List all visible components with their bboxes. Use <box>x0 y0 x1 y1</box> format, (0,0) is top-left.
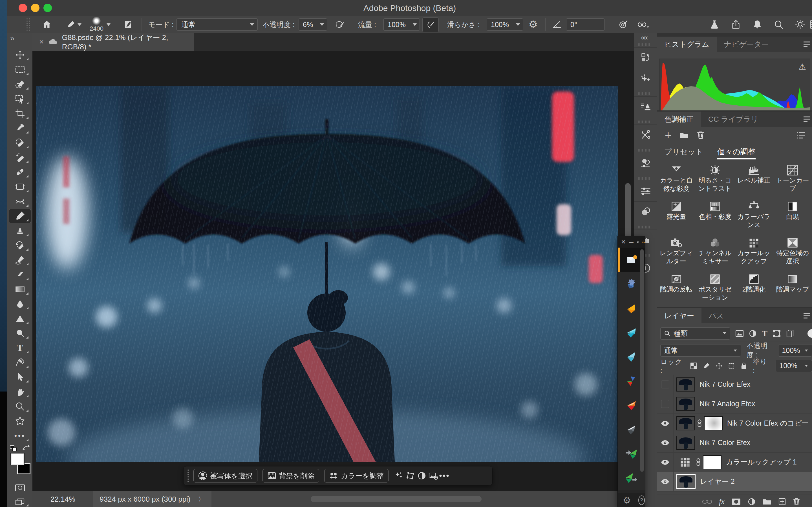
adjustment-brightness-contrast[interactable]: 明るさ・コントラスト <box>696 162 735 199</box>
tool-zoom[interactable] <box>9 399 31 413</box>
adjustment-selective-color[interactable]: 特定色域の選択 <box>773 235 812 271</box>
nik-settings-icon[interactable] <box>637 239 639 245</box>
smoothing-options-button[interactable]: ⚙ <box>525 16 541 33</box>
new-group-button[interactable] <box>762 498 771 505</box>
toggle-brush-panel-button[interactable] <box>120 16 136 33</box>
home-button[interactable] <box>38 16 55 33</box>
tool-rectangular-marquee[interactable] <box>9 62 31 76</box>
add-image-button[interactable] <box>427 471 439 480</box>
tool-pen[interactable] <box>9 355 31 370</box>
brush-tool-preset[interactable] <box>65 16 83 33</box>
tool-brush[interactable] <box>9 209 31 223</box>
discover-button[interactable] <box>792 16 808 33</box>
document-tab[interactable]: × G88.psdc @ 22.1% (レイヤー 2, RGB/8) * <box>33 33 194 51</box>
canvas-horizontal-scrollbar[interactable] <box>311 496 481 502</box>
panel-menu-icon[interactable] <box>802 115 811 123</box>
visibility-toggle[interactable] <box>657 452 673 472</box>
tool-selection-brush[interactable] <box>9 77 31 91</box>
layer-mask-thumbnail[interactable] <box>703 455 721 469</box>
document-image[interactable] <box>36 86 618 462</box>
new-layer-button[interactable] <box>778 498 786 506</box>
canvas-pasteboard[interactable]: 被写体を選択 背景を削除 カラーを調整 ••• <box>33 51 634 491</box>
layer-style-button[interactable]: fx <box>719 497 725 506</box>
beta-features-button[interactable] <box>707 16 722 33</box>
tool-dodge[interactable] <box>9 326 31 340</box>
mask-link-icon[interactable] <box>696 458 701 466</box>
filter-shape-layers-icon[interactable] <box>772 329 781 338</box>
notifications-button[interactable] <box>749 16 765 33</box>
tool-sharpen[interactable] <box>9 312 31 326</box>
adjustment-color-lookup[interactable]: カラールックアップ <box>734 235 773 271</box>
dock-clone-source[interactable] <box>634 96 657 117</box>
transform-button[interactable] <box>405 471 416 480</box>
airbrush-toggle[interactable] <box>422 17 439 32</box>
nik-scrollbar[interactable] <box>640 249 644 472</box>
tool-move[interactable] <box>9 48 31 62</box>
layer-row-nik7-color-efex-top[interactable]: Nik 7 Color Efex <box>657 375 812 394</box>
pressure-opacity-button[interactable] <box>332 16 347 33</box>
tool-spot-healing[interactable] <box>9 136 31 150</box>
dock-tool-options[interactable] <box>634 124 657 145</box>
tool-patch[interactable] <box>9 180 31 194</box>
adjustment-curves[interactable]: トーンカーブ <box>773 162 812 199</box>
new-group-folder-icon[interactable] <box>679 131 689 139</box>
blend-mode-select[interactable]: 通常 <box>660 344 741 356</box>
document-info[interactable]: 9324 px x 6000 px (300 ppi) 〉 <box>93 491 211 507</box>
opacity-input[interactable]: 6% <box>299 16 327 33</box>
layer-row-nik7-color-efex-copy[interactable]: Nik 7 Color Efex のコピー <box>657 413 812 433</box>
tool-healing-brush[interactable] <box>9 165 31 179</box>
tool-mixer-brush[interactable] <box>9 253 31 267</box>
tab-cc-libraries[interactable]: CC ライブラリ <box>701 112 766 127</box>
add-adjustment-layer-button[interactable] <box>748 498 756 506</box>
tool-eraser[interactable] <box>9 268 31 282</box>
screen-mode-button[interactable] <box>9 496 31 507</box>
layer-thumbnail[interactable] <box>676 397 695 411</box>
quick-mask-button[interactable] <box>9 482 31 494</box>
dock-channels[interactable] <box>634 202 657 222</box>
layer-thumbnail[interactable] <box>676 436 695 450</box>
tab-navigator[interactable]: ナビゲーター <box>717 37 776 52</box>
adjustment-exposure[interactable]: 露光量 <box>657 199 696 235</box>
zoom-level[interactable]: 22.14% <box>50 495 75 504</box>
brush-size-picker[interactable]: 2400 <box>90 16 103 33</box>
subtab-presets[interactable]: プリセット <box>664 144 703 160</box>
delete-layer-button[interactable] <box>793 497 800 506</box>
tool-hand[interactable] <box>9 385 31 399</box>
adjustment-vibrance[interactable]: カラーと自然な彩度 <box>657 162 696 199</box>
lock-position-icon[interactable] <box>716 362 723 370</box>
tool-crop[interactable] <box>9 107 31 121</box>
layer-filter-select[interactable]: 種類 <box>660 327 730 340</box>
close-tab-button[interactable]: × <box>39 38 44 47</box>
lock-artboard-icon[interactable] <box>728 362 735 370</box>
layer-row-color-lookup[interactable]: カラールックアップ 1 <box>657 452 812 472</box>
layer-mask-thumbnail[interactable] <box>704 416 723 431</box>
layer-row-nik7-color-efex[interactable]: Nik 7 Color Efex <box>657 433 812 453</box>
paint-symmetry-button[interactable] <box>635 16 652 33</box>
visibility-toggle[interactable] <box>657 472 673 491</box>
filter-smart-objects-icon[interactable] <box>786 329 794 338</box>
pressure-size-button[interactable] <box>616 16 631 33</box>
panel-menu-icon[interactable] <box>802 312 811 320</box>
nik-help-icon[interactable]: ? <box>638 496 645 505</box>
tool-content-aware-move[interactable] <box>9 194 31 209</box>
adjust-color-button[interactable]: カラーを調整 <box>324 469 389 483</box>
dock-generate[interactable] <box>634 68 657 89</box>
search-button[interactable] <box>771 16 786 33</box>
filter-pixel-layers-icon[interactable] <box>735 330 744 337</box>
adjustment-photo-filter[interactable]: レンズフィルター <box>657 235 696 271</box>
adjustment-channel-mixer[interactable]: チャンネルミキサー <box>696 235 735 271</box>
brush-angle-input[interactable]: 0° <box>566 16 605 33</box>
adjustment-threshold[interactable]: 2階調化 <box>734 271 773 307</box>
nik-close-button[interactable]: × <box>621 237 626 246</box>
dock-expand-button[interactable]: «« <box>641 33 647 42</box>
remove-background-button[interactable]: 背景を削除 <box>262 469 319 483</box>
add-adjustment-button[interactable]: + <box>665 132 671 138</box>
tool-gradient[interactable] <box>9 282 31 296</box>
tool-edit-toolbar[interactable]: ••• <box>9 429 31 443</box>
layer-thumbnail[interactable] <box>676 416 695 431</box>
tool-shape-star[interactable] <box>9 414 31 428</box>
panel-menu-icon[interactable] <box>802 41 811 48</box>
lock-pixels-icon[interactable] <box>703 362 710 370</box>
smoothing-input[interactable]: 100% <box>487 16 523 33</box>
select-subject-button[interactable]: 被写体を選択 <box>193 469 257 483</box>
